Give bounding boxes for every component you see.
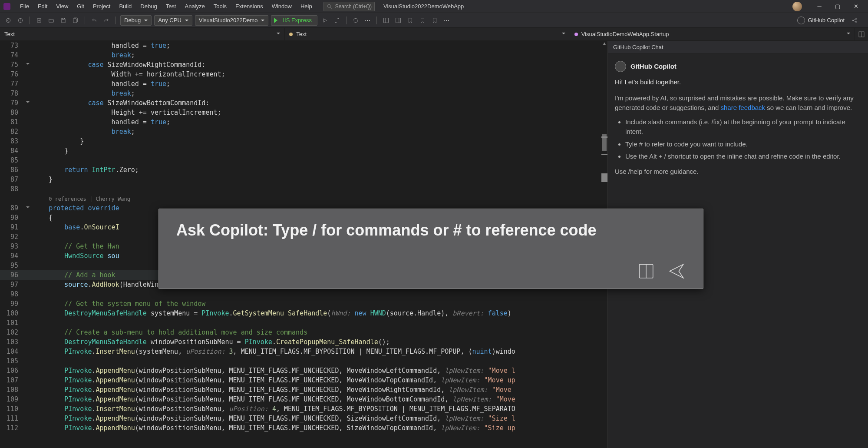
split-editor-button[interactable] [855,31,868,38]
code-line[interactable]: 98 [0,289,607,299]
save-all-icon[interactable] [71,17,80,23]
startup-combo[interactable]: VisualStudio2022Demo [195,15,269,26]
undo-icon[interactable] [89,17,99,23]
line-number: 106 [0,366,24,375]
platform-combo[interactable]: Any CPU [154,15,192,26]
code-line[interactable]: 103 DestroyMenuSafeHandle windowPosition… [0,337,607,347]
collapse-icon[interactable] [25,100,30,105]
code-line[interactable]: 106 PInvoke.AppendMenu(windowPositionSub… [0,366,607,375]
save-icon[interactable] [59,17,68,23]
line-number: 97 [0,280,24,289]
collapse-icon[interactable] [25,205,30,210]
code-line[interactable]: 77 handled = true; [0,79,607,89]
menu-git[interactable]: Git [73,0,89,13]
code-line[interactable]: 81 handled = true; [0,117,607,127]
code-line[interactable]: 75 case SizeWindowRightCommandId: [0,60,607,70]
code-line[interactable]: 82 break; [0,127,607,136]
bookmark-next-icon[interactable] [430,17,439,23]
code-line[interactable]: 79 case SizeWindowBottomCommandId: [0,98,607,108]
menu-analyze[interactable]: Analyze [180,0,209,13]
menu-extensions[interactable]: Extensions [231,0,267,13]
svg-rect-8 [396,18,401,23]
code-line[interactable]: 76 Width += horizontalIncrement; [0,70,607,79]
menu-test[interactable]: Test [162,0,181,13]
bookmark-icon[interactable] [406,17,415,23]
code-line[interactable]: 73 handled = true; [0,41,607,50]
code-line[interactable]: 101 [0,318,607,328]
open-icon[interactable] [46,17,56,23]
run-noDebug-icon[interactable] [320,17,330,23]
hot-reload-icon[interactable] [332,17,342,23]
overflow-icon[interactable]: ⋯ [363,13,372,28]
code-line[interactable]: 78 break; [0,89,607,98]
code-line[interactable]: 107 PInvoke.AppendMenu(windowPositionSub… [0,375,607,385]
maximize-button[interactable]: ▢ [829,2,846,11]
line-number: 96 [0,270,24,280]
share-icon[interactable] [850,17,859,23]
nav-forward-icon[interactable] [16,17,25,23]
feedback-link[interactable]: share feedback [721,104,766,111]
inline-chat-input[interactable]: Ask Copilot: Type / for commands or # to… [176,221,686,262]
code-line[interactable]: 88 [0,184,607,194]
copilot-avatar-icon [615,61,626,72]
menu-project[interactable]: Project [89,0,115,13]
code-line[interactable]: 87 } [0,175,607,184]
code-line[interactable]: 105 [0,356,607,366]
refresh-icon[interactable] [351,17,360,23]
code-line[interactable]: 99 // Get the system menu of the window [0,299,607,309]
code-line[interactable]: 85 [0,156,607,165]
code-line[interactable]: 0 references | Cherry Wang [0,194,607,203]
menu-file[interactable]: File [16,0,33,13]
code-line[interactable]: 104 PInvoke.InsertMenu(systemMenu, uPosi… [0,347,607,356]
code-line[interactable]: 80 Height += verticalIncrement; [0,108,607,117]
user-avatar[interactable] [792,2,802,11]
copilot-tip-1: Include slash commands (i.e. /fix) at th… [625,117,861,137]
overflow-2-icon[interactable]: ⋯ [442,13,451,28]
code-line[interactable]: 108 PInvoke.AppendMenu(windowPositionSub… [0,385,607,395]
code-line[interactable]: 102 // Create a sub-menu to hold additio… [0,328,607,337]
collapse-icon[interactable] [25,62,30,67]
code-line[interactable]: 100 DestroyMenuSafeHandle systemMenu = P… [0,309,607,318]
search-box[interactable]: Search (Ctrl+Q) [323,2,375,11]
nav-member-combo[interactable]: VisualStudioDemoWebApp.Startup [570,28,855,40]
copilot-icon [797,17,805,24]
menu-debug[interactable]: Debug [136,0,161,13]
copilot-panel-title: GitHub Copilot Chat [608,41,868,54]
menu-help[interactable]: Help [296,0,317,13]
redo-icon[interactable] [102,17,111,23]
copilot-toolbar[interactable]: GitHub Copilot [797,17,845,24]
vs-logo-icon [3,3,10,10]
nav-scope-label: Text [4,31,15,37]
run-button[interactable]: IIS Express [271,15,317,26]
nav-back-icon[interactable] [3,17,13,23]
code-line[interactable]: 84 } [0,146,607,156]
nav-type-label: Text [296,31,307,37]
copilot-user-name: GitHub Copilot [630,62,677,72]
send-button[interactable] [667,262,686,282]
code-line[interactable]: 112 PInvoke.AppendMenu(windowPositionSub… [0,423,607,433]
code-line[interactable]: 111 PInvoke.AppendMenu(windowPositionSub… [0,414,607,423]
menu-window[interactable]: Window [267,0,296,13]
menu-view[interactable]: View [52,0,73,13]
nav-type-combo[interactable]: Text [285,28,570,40]
layout-icon[interactable] [381,17,391,23]
close-button[interactable]: ✕ [847,2,865,11]
menu-build[interactable]: Build [115,0,136,13]
new-item-icon[interactable] [34,17,44,23]
code-line[interactable]: 74 break; [0,50,607,60]
code-line[interactable]: 109 PInvoke.AppendMenu(windowPositionSub… [0,395,607,404]
code-line[interactable]: 110 PInvoke.InsertMenu(windowPositionSub… [0,404,607,414]
line-number [0,194,24,203]
copilot-intro: I'm powered by AI, so surprised and mist… [615,93,861,113]
svg-point-2 [6,18,10,22]
config-combo[interactable]: Debug [120,15,152,26]
nav-scope-combo[interactable]: Text [0,28,285,40]
bookmark-prev-icon[interactable] [418,17,427,23]
minimize-button[interactable]: ─ [811,2,828,11]
menu-edit[interactable]: Edit [33,0,52,13]
code-line[interactable]: 83 } [0,136,607,146]
code-line[interactable]: 86 return IntPtr.Zero; [0,165,607,175]
menu-tools[interactable]: Tools [209,0,231,13]
sidebar-icon[interactable] [393,17,403,23]
compare-button[interactable] [637,262,655,282]
